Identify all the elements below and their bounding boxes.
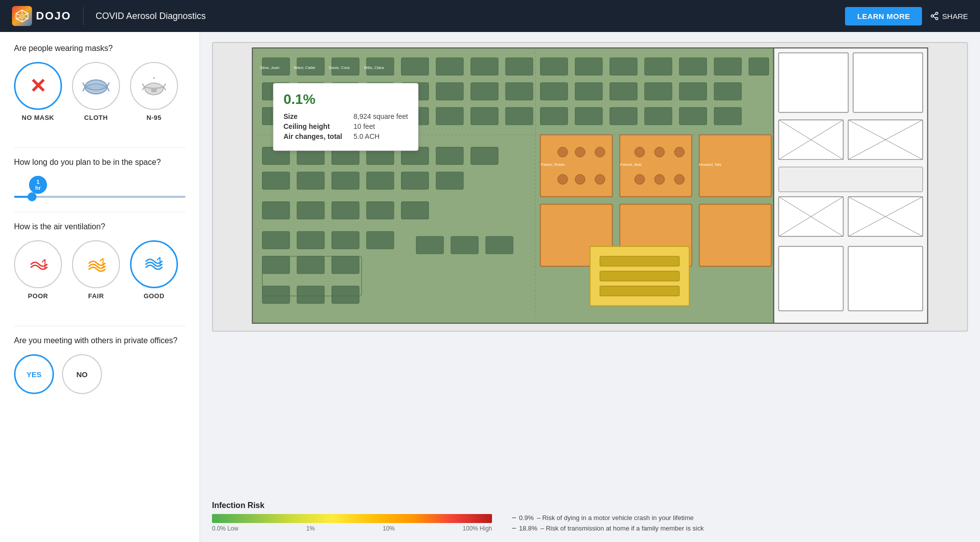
svg-rect-103: [297, 202, 324, 219]
svg-point-72: [595, 147, 605, 157]
svg-rect-36: [680, 58, 707, 75]
svg-rect-63: [610, 107, 638, 125]
svg-rect-45: [471, 82, 498, 100]
svg-rect-33: [575, 58, 602, 75]
vent-option-poor[interactable]: POOR: [14, 240, 62, 300]
svg-rect-34: [610, 58, 638, 75]
n95-circle[interactable]: [130, 62, 178, 110]
mask-option-cloth[interactable]: CLOTH: [72, 62, 120, 121]
svg-rect-30: [471, 58, 498, 75]
svg-rect-115: [297, 286, 324, 304]
legend-label-10pct: 10%: [383, 525, 395, 532]
legend-label-high: 100% High: [462, 525, 492, 532]
svg-rect-112: [297, 256, 324, 274]
svg-line-3: [25, 13, 28, 15]
svg-rect-66: [714, 107, 742, 125]
poor-circle[interactable]: [14, 240, 62, 288]
svg-point-81: [674, 174, 684, 184]
svg-rect-15: [152, 89, 156, 92]
right-panel: Silva, Juan Ward, Callie Davis, Cora Mil…: [200, 32, 980, 542]
svg-rect-48: [575, 82, 602, 100]
svg-rect-98: [332, 172, 360, 189]
svg-rect-62: [575, 107, 602, 125]
good-circle[interactable]: [130, 240, 178, 288]
svg-rect-59: [471, 107, 498, 125]
svg-line-7: [16, 13, 19, 15]
legend-risk2-pct: 18.8%: [519, 525, 538, 532]
svg-rect-95: [471, 147, 498, 165]
svg-rect-106: [402, 202, 429, 219]
tooltip-ceiling-row: Ceiling height 10 feet: [284, 122, 408, 130]
svg-point-79: [634, 174, 644, 184]
main: Are people wearing masks? ✕ NO MASK: [0, 32, 980, 542]
svg-rect-100: [402, 172, 429, 189]
legend-label-low: 0.0% Low: [212, 525, 238, 532]
n95-label: N-95: [146, 114, 162, 121]
fair-circle[interactable]: [72, 240, 120, 288]
legend-risk2-text: – Risk of transmission at home if a fami…: [540, 525, 704, 532]
tooltip-percent: 0.1%: [284, 91, 408, 107]
cloth-label: CLOTH: [84, 114, 108, 121]
mask-question: Are people wearing masks?: [14, 44, 186, 53]
cloth-circle[interactable]: [72, 62, 120, 110]
svg-rect-118: [451, 236, 478, 254]
no-mask-label: NO MASK: [22, 114, 54, 121]
svg-rect-58: [436, 107, 464, 125]
svg-rect-85: [600, 256, 680, 266]
svg-point-77: [654, 147, 664, 157]
vent-option-fair[interactable]: FAIR: [72, 240, 120, 300]
ventilation-section: How is the air ventilation? POOR: [14, 222, 186, 314]
svg-point-75: [595, 174, 605, 184]
svg-rect-86: [600, 271, 680, 281]
duration-question: How long do you plan to be in the space?: [14, 158, 186, 167]
svg-rect-31: [506, 58, 533, 75]
legend-title: Infection Risk: [212, 501, 968, 510]
svg-point-10: [936, 17, 938, 20]
svg-rect-47: [540, 82, 568, 100]
no-option[interactable]: NO: [62, 354, 102, 394]
learn-more-button[interactable]: LEARN MORE: [845, 7, 922, 25]
svg-rect-105: [366, 202, 394, 219]
cloth-mask-icon: [82, 76, 110, 96]
svg-point-74: [575, 174, 585, 184]
mask-option-n95[interactable]: N-95: [130, 62, 178, 121]
legend-line-2: 18.8% – Risk of transmission at home if …: [512, 525, 704, 532]
share-button[interactable]: SHARE: [930, 11, 968, 20]
svg-rect-37: [714, 58, 742, 75]
vent-option-good[interactable]: GOOD: [130, 240, 178, 300]
fair-vent-icon: [85, 253, 107, 275]
floorplan[interactable]: Silva, Juan Ward, Callie Davis, Cora Mil…: [212, 42, 968, 332]
no-mask-circle[interactable]: ✕: [14, 62, 62, 110]
logo-text: DOJO: [36, 9, 71, 22]
svg-rect-88: [699, 204, 771, 266]
svg-rect-60: [506, 107, 533, 125]
svg-text:Ward, Callie: Ward, Callie: [294, 65, 316, 70]
svg-rect-113: [332, 256, 360, 274]
left-panel: Are people wearing masks? ✕ NO MASK: [0, 32, 200, 542]
legend-label-1pct: 1%: [306, 525, 314, 532]
svg-rect-32: [540, 58, 568, 75]
yes-option[interactable]: YES: [14, 354, 54, 394]
svg-text:Davis, Cora: Davis, Cora: [329, 65, 350, 70]
vent-options: POOR FAIR: [14, 240, 186, 300]
svg-rect-97: [297, 172, 324, 189]
share-label: SHARE: [942, 12, 968, 20]
svg-rect-51: [680, 82, 707, 100]
private-section: Are you meeting with others in private o…: [14, 336, 186, 404]
tooltip-size-label: Size: [284, 112, 344, 120]
divider-3: [14, 326, 186, 326]
svg-rect-29: [436, 58, 464, 75]
svg-rect-114: [262, 286, 290, 304]
svg-rect-121: [778, 53, 848, 112]
svg-rect-117: [416, 236, 444, 254]
legend-risk1-pct: 0.9%: [519, 514, 534, 522]
svg-rect-28: [402, 58, 429, 75]
divider-1: [14, 147, 186, 148]
svg-point-80: [654, 174, 664, 184]
ventilation-question: How is the air ventilation?: [14, 222, 186, 231]
svg-rect-38: [749, 58, 769, 75]
mask-option-no-mask[interactable]: ✕ NO MASK: [14, 62, 62, 121]
duration-slider[interactable]: [14, 196, 186, 198]
poor-vent-icon: [27, 253, 49, 275]
svg-rect-94: [436, 147, 464, 165]
